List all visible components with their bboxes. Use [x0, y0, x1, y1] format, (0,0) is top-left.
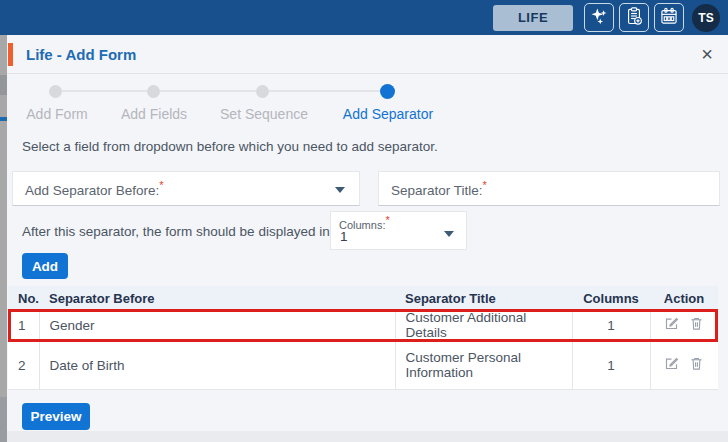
- separator-title-label: Separator Title:*: [391, 179, 487, 198]
- header-separator-title: Separator Title: [395, 286, 572, 310]
- table-header-row: No. Separator Before Separator Title Col…: [8, 286, 718, 310]
- header-columns: Columns: [572, 286, 650, 310]
- step-dot-add-form[interactable]: [49, 85, 62, 98]
- separator-before-label: Add Separator Before:*: [25, 179, 164, 198]
- delete-icon[interactable]: [689, 316, 704, 334]
- header-no: No.: [8, 286, 39, 310]
- step-dot-add-separator[interactable]: [380, 84, 395, 99]
- preview-button[interactable]: Preview: [22, 403, 90, 430]
- instruction-text: Select a field from dropdown before whic…: [22, 139, 438, 154]
- cell-separator-before: Date of Birth: [39, 341, 395, 389]
- columns-dropdown[interactable]: Columns:* 1: [330, 211, 467, 250]
- dialog-titlebar: Life - Add Form ×: [7, 35, 728, 74]
- page-edge-segment: [0, 117, 7, 121]
- cell-columns: 1: [572, 310, 650, 341]
- header-action: Action: [650, 286, 718, 310]
- chevron-down-icon: [335, 187, 345, 193]
- close-icon[interactable]: ×: [697, 41, 717, 67]
- page-edge-segment: [0, 397, 7, 442]
- cell-separator-title: Customer Additional Details: [395, 310, 572, 341]
- page-edge-segment: [0, 75, 7, 95]
- edit-icon[interactable]: [664, 356, 679, 374]
- bottom-page-edge: [7, 431, 728, 442]
- tab-set-sequence[interactable]: Set Sequence: [220, 106, 308, 122]
- header-separator-before: Separator Before: [39, 286, 395, 310]
- edit-icon[interactable]: [664, 316, 679, 334]
- background-page-edge: [0, 35, 7, 442]
- step-dot-add-fields[interactable]: [147, 85, 160, 98]
- stepper-line: [269, 90, 380, 92]
- cell-no: 1: [8, 310, 39, 341]
- tab-add-form[interactable]: Add Form: [26, 106, 87, 122]
- top-bar: LIFE: [0, 0, 728, 35]
- clipboard-add-button[interactable]: [619, 3, 649, 32]
- separators-table: No. Separator Before Separator Title Col…: [8, 286, 718, 390]
- step-dot-set-sequence[interactable]: [256, 85, 269, 98]
- add-button[interactable]: Add: [22, 253, 68, 279]
- add-form-dialog: Life - Add Form × Add Form Add Fields Se…: [7, 35, 728, 442]
- user-avatar[interactable]: TS: [692, 4, 720, 32]
- required-marker: *: [483, 179, 487, 191]
- title-accent-bar: [8, 43, 13, 66]
- chevron-down-icon: [444, 231, 454, 237]
- calendar-icon: [659, 6, 679, 30]
- page-title: Life - Add Form: [26, 46, 136, 63]
- required-marker: *: [159, 179, 163, 191]
- delete-icon[interactable]: [689, 356, 704, 374]
- separator-title-input[interactable]: Separator Title:*: [378, 171, 720, 206]
- cell-separator-title: Customer Personal Information: [395, 341, 572, 389]
- wizard-stepper: Add Form Add Fields Set Sequence Add Sep…: [7, 74, 728, 132]
- required-marker: *: [385, 214, 389, 226]
- clipboard-add-icon: [624, 6, 644, 30]
- cell-no: 2: [8, 341, 39, 389]
- cell-separator-before: Gender: [39, 310, 395, 341]
- separator-before-dropdown[interactable]: Add Separator Before:*: [12, 171, 360, 206]
- stepper-line: [62, 90, 147, 92]
- columns-value: 1: [340, 229, 348, 244]
- life-product-button[interactable]: LIFE: [493, 5, 573, 31]
- stepper-line: [160, 90, 256, 92]
- cell-columns: 1: [572, 341, 650, 389]
- sparkles-button[interactable]: [584, 3, 614, 32]
- columns-sentence: After this separator, the form should be…: [22, 224, 330, 239]
- calendar-button[interactable]: [654, 3, 684, 32]
- tab-add-fields[interactable]: Add Fields: [121, 106, 187, 122]
- table-row: 1 Gender Customer Additional Details 1: [8, 310, 718, 341]
- sparkles-icon: [589, 6, 609, 30]
- tab-add-separator[interactable]: Add Separator: [343, 106, 433, 122]
- table-row: 2 Date of Birth Customer Personal Inform…: [8, 341, 718, 389]
